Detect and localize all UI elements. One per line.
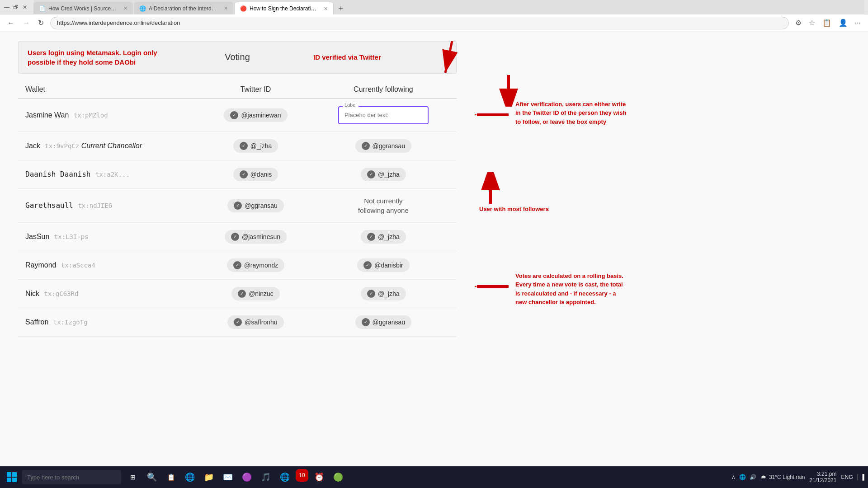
time-info: 3:21 pm 21/12/2021 (809, 471, 836, 483)
extensions-icon[interactable]: ⚙ (793, 17, 803, 29)
teams-icon[interactable]: 🟣 (239, 469, 255, 485)
svg-rect-13 (12, 478, 17, 482)
clock-icon[interactable]: ⏰ (311, 469, 327, 485)
close-button[interactable]: ✕ (22, 4, 28, 10)
wallet-name: Raymond (25, 261, 56, 269)
show-desktop-button[interactable]: ▐ (857, 474, 864, 480)
annotation-verification: After verification, users can either wri… (475, 100, 628, 127)
twitter-cell: ✓ @danis (201, 160, 310, 188)
twitter-badge: ✓ @danis (233, 168, 278, 181)
profile-icon[interactable]: 👤 (837, 17, 849, 29)
not-following-text: Not currentlyfollowing anyone (317, 196, 449, 215)
twitter-cell: ✓ @raymondz (201, 251, 310, 279)
wallet-name: Garethsaull (25, 201, 73, 210)
twitter-badge: ✓ @jasminesun (225, 230, 287, 244)
explorer-icon[interactable]: 📁 (201, 469, 217, 485)
forward-button[interactable]: → (21, 17, 32, 29)
twitter-badge: ✓ @jasminewan (224, 108, 287, 122)
following-input[interactable] (338, 106, 429, 124)
time-display: 3:21 pm (809, 471, 836, 477)
check-icon: ✓ (362, 318, 370, 326)
following-cell: ✓ @danisbir (310, 251, 457, 279)
following-badge: ✓ @ggransau (355, 315, 412, 329)
collections-icon[interactable]: 📋 (821, 17, 833, 29)
edge-icon[interactable]: 🌐 (182, 469, 198, 485)
toolbar-icons: ⚙ ☆ 📋 👤 ··· (793, 17, 863, 29)
taskbar-search-input[interactable] (22, 470, 121, 484)
tab-1-close[interactable]: ✕ (123, 5, 127, 11)
maps-icon[interactable]: 🟢 (330, 469, 346, 485)
annotations-panel: User with most followers (475, 32, 646, 467)
tray-expand[interactable]: ∧ (731, 474, 736, 480)
twitter-handle: @jasminewan (241, 112, 281, 119)
tab-2-label: A Declaration of the Interdepen... (149, 5, 219, 12)
windows-icon (7, 472, 17, 482)
wallet-cell: Daanish Daanish tx:a2K... (18, 160, 201, 188)
wallet-name: Saffron (25, 318, 48, 326)
back-button[interactable]: ← (5, 17, 16, 29)
check-icon: ✓ (234, 318, 242, 326)
tab-1[interactable]: 📄 How Cred Works | SourceCre... ✕ (33, 2, 133, 15)
mail-icon[interactable]: ✉️ (220, 469, 236, 485)
check-icon: ✓ (367, 170, 375, 178)
check-icon: ✓ (367, 233, 375, 241)
svg-rect-12 (7, 478, 11, 482)
tab-2-close[interactable]: ✕ (224, 5, 228, 11)
following-handle: @ggransau (373, 142, 406, 150)
start-button[interactable] (4, 469, 20, 485)
address-bar: ← → ↻ ⚙ ☆ 📋 👤 ··· (0, 14, 868, 32)
notification-icon[interactable]: 10 (296, 469, 308, 482)
wallet-tx: tx:a2K... (95, 171, 130, 178)
address-input[interactable] (50, 17, 789, 29)
widgets-button[interactable]: 📋 (163, 469, 179, 485)
following-input-wrapper: Label (338, 106, 429, 124)
task-view-button[interactable]: ⊞ (125, 469, 141, 485)
twitter-cell: ✓ @ggransau (201, 188, 310, 222)
table-header-row: Wallet Twitter ID Currently following (18, 81, 457, 99)
taskbar-right: ∧ 🌐 🔊 🌧 31°C Light rain 3:21 pm 21/12/20… (731, 471, 864, 483)
minimize-button[interactable]: — (4, 4, 10, 10)
following-handle: @_jzha (378, 171, 400, 178)
chrome-icon[interactable]: 🌐 (277, 469, 293, 485)
tab-3-close[interactable]: ✕ (324, 6, 328, 12)
table-row: Raymond tx:aScca4 ✓ @raymondz (18, 251, 457, 279)
banner-voting-label: Voting (170, 52, 304, 62)
new-tab-button[interactable]: + (335, 3, 347, 15)
check-icon: ✓ (240, 170, 248, 178)
twitter-handle: @saffronhu (245, 319, 277, 326)
wallet-tx: tx:L3I-ps (54, 233, 89, 240)
tabs-bar: 📄 How Cred Works | SourceCre... ✕ 🌐 A De… (33, 0, 864, 15)
twitter-cell: ✓ @jasminewan (201, 99, 310, 132)
wallet-cell: Jasmine Wan tx:pMZlod (18, 99, 201, 132)
wallet-cell: Saffron tx:IzgoTg (18, 308, 201, 336)
svg-rect-10 (7, 472, 11, 477)
search-button[interactable]: 🔍 (144, 469, 160, 485)
check-icon: ✓ (234, 202, 242, 210)
col-following: Currently following (310, 81, 457, 99)
following-cell: Not currentlyfollowing anyone (310, 188, 457, 222)
wallet-name: Daanish Daanish (25, 170, 91, 178)
twitter-handle: @ninzuc (249, 290, 274, 297)
banner-right: ID verified via Twitter (313, 53, 447, 61)
tab-2[interactable]: 🌐 A Declaration of the Interdepen... ✕ (134, 2, 233, 15)
following-badge: ✓ @_jzha (361, 287, 406, 300)
twitter-badge: ✓ @raymondz (227, 258, 285, 272)
spotify-icon[interactable]: 🎵 (258, 469, 274, 485)
tab-3[interactable]: 🔴 How to Sign the Declaration of I... ✕ (234, 2, 334, 15)
tab-3-label: How to Sign the Declaration of I... (250, 5, 319, 12)
tab-1-favicon: 📄 (39, 5, 46, 12)
tab-1-label: How Cred Works | SourceCre... (48, 5, 119, 12)
table-row: Jasmine Wan tx:pMZlod ✓ @jasminewan (18, 99, 457, 132)
menu-icon[interactable]: ··· (853, 17, 863, 29)
maximize-button[interactable]: 🗗 (13, 4, 19, 10)
window-controls: — 🗗 ✕ (4, 4, 28, 10)
wallet-name: Jasmine Wan (25, 111, 69, 119)
check-icon: ✓ (367, 290, 375, 298)
network-icon: 🌐 (739, 474, 746, 480)
twitter-badge: ✓ @ggransau (227, 199, 284, 212)
reload-button[interactable]: ↻ (36, 17, 46, 29)
weather-info: 🌧 31°C Light rain (761, 474, 805, 480)
voting-text: Voting (225, 52, 250, 62)
favorites-icon[interactable]: ☆ (807, 17, 817, 29)
wallet-tx: tx:9vPqCz (45, 142, 79, 150)
